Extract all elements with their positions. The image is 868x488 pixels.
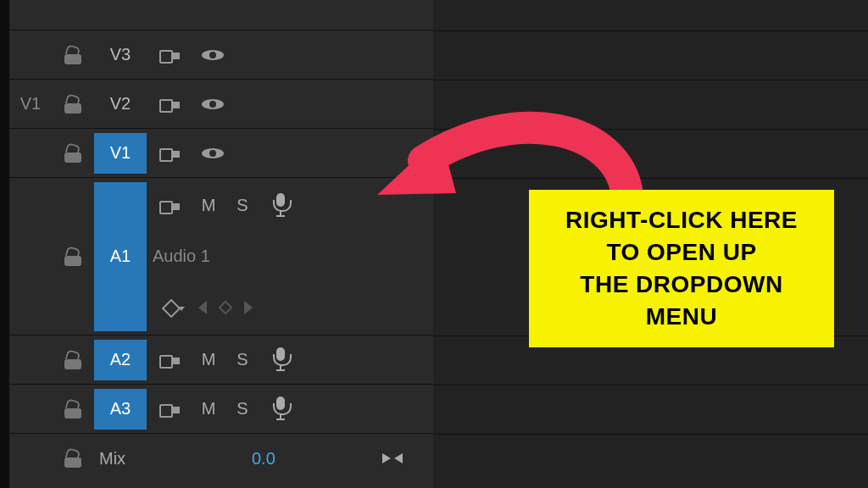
- callout-line: THE DROPDOWN: [565, 269, 798, 301]
- mic-icon[interactable]: [271, 193, 290, 219]
- lock-icon[interactable]: [62, 398, 84, 420]
- lock-icon[interactable]: [62, 93, 84, 115]
- sync-lock-icon[interactable]: [158, 45, 183, 65]
- eye-icon[interactable]: [202, 93, 224, 115]
- track-row-mix[interactable]: Mix 0.0: [9, 434, 433, 483]
- pan-icon[interactable]: [381, 450, 404, 467]
- track-row-a2[interactable]: A2 M S: [9, 336, 433, 385]
- solo-button[interactable]: S: [225, 350, 259, 369]
- sync-lock-icon[interactable]: [158, 399, 183, 419]
- lock-icon[interactable]: [62, 246, 84, 268]
- lock-icon[interactable]: [62, 44, 84, 66]
- solo-button[interactable]: S: [225, 196, 259, 215]
- mic-icon[interactable]: [271, 396, 290, 422]
- lock-icon[interactable]: [62, 349, 84, 371]
- mute-button[interactable]: M: [192, 399, 225, 419]
- track-target-v1[interactable]: V1: [94, 133, 147, 174]
- track-row-a3[interactable]: A3 M S: [9, 385, 433, 434]
- track-target-v2[interactable]: V2: [94, 84, 147, 125]
- add-keyframe-icon[interactable]: [219, 300, 233, 314]
- sync-lock-icon[interactable]: [158, 350, 183, 370]
- source-v1-label[interactable]: V1: [20, 94, 41, 114]
- track-target-a1[interactable]: A1: [94, 182, 147, 331]
- callout-line: MENU: [565, 301, 798, 333]
- keyframe-menu-icon[interactable]: [163, 300, 178, 315]
- mute-button[interactable]: M: [192, 196, 225, 215]
- next-keyframe-icon[interactable]: [244, 301, 253, 314]
- track-target-a2[interactable]: A2: [94, 340, 147, 380]
- callout-line: TO OPEN UP: [565, 236, 798, 269]
- callout-line: RIGHT-CLICK HERE: [565, 204, 798, 236]
- sync-lock-icon[interactable]: [158, 143, 183, 164]
- track-row-v3[interactable]: V3: [9, 30, 433, 80]
- lock-icon[interactable]: [62, 447, 84, 469]
- eye-icon[interactable]: [202, 44, 224, 66]
- mute-button[interactable]: M: [192, 350, 225, 369]
- header-spacer: [9, 0, 433, 30]
- prev-keyframe-icon[interactable]: [198, 301, 207, 314]
- mix-value[interactable]: 0.0: [252, 449, 275, 469]
- solo-button[interactable]: S: [225, 399, 259, 419]
- track-row-v1[interactable]: V1: [9, 129, 433, 178]
- lock-icon[interactable]: [62, 142, 84, 164]
- track-row-a1[interactable]: A1 M S Audio 1: [9, 178, 433, 336]
- mic-icon[interactable]: [271, 347, 290, 373]
- instruction-callout: RIGHT-CLICK HERE TO OPEN UP THE DROPDOWN…: [529, 190, 834, 347]
- mix-label: Mix: [99, 449, 125, 469]
- track-target-a3[interactable]: A3: [94, 389, 147, 430]
- eye-icon[interactable]: [202, 142, 224, 164]
- track-target-v3[interactable]: V3: [94, 35, 147, 75]
- track-row-v2[interactable]: V1 V2: [9, 80, 433, 129]
- sync-lock-icon[interactable]: [158, 94, 183, 114]
- track-header-panel: V3 V1 V2 V1 A1 M S Audio 1: [9, 0, 433, 488]
- track-name-label[interactable]: Audio 1: [153, 247, 210, 266]
- sync-lock-icon[interactable]: [158, 196, 183, 216]
